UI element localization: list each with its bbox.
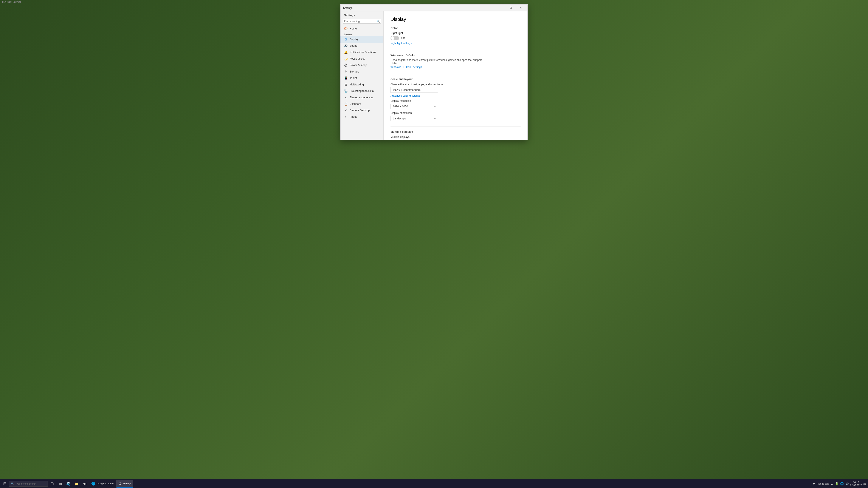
sidebar-item-clipboard[interactable]: 📋 Clipboard	[341, 101, 383, 107]
sidebar-focus-assist-label: Focus assist	[350, 57, 365, 60]
start-button[interactable]: ⊞	[1, 480, 9, 488]
expand-systray-button[interactable]: ▲	[830, 482, 834, 486]
taskbar-app-settings[interactable]: ⚙ Settings	[116, 480, 133, 488]
hd-color-section: Windows HD Color Get a brighter and more…	[391, 50, 521, 69]
scale-dropdown-arrow: ▾	[434, 89, 435, 91]
systray: 🌧 Rain to stop ▲ 🔋 🌐 🔊	[812, 482, 849, 486]
sidebar-notifications-label: Notifications & actions	[350, 51, 376, 54]
close-button[interactable]: ✕	[516, 4, 526, 11]
orientation-dropdown-arrow: ▾	[434, 118, 435, 120]
sidebar-section-system: System	[341, 32, 383, 36]
window-title: Settings	[342, 6, 496, 9]
store-button[interactable]: 🛍	[81, 480, 89, 488]
hd-color-label: Windows HD Color	[391, 54, 521, 57]
night-light-row: Night light	[391, 31, 521, 35]
settings-icon: ⚙	[118, 482, 121, 486]
maximize-button[interactable]: ❐	[506, 4, 516, 11]
display-icon: 🖥	[344, 38, 347, 41]
power-icon: ⏻	[344, 63, 347, 67]
window-body: Settings 🔍 🏠 Home System 🖥 Display 🔊 Sou	[341, 11, 527, 140]
resolution-dropdown[interactable]: 1680 × 1050 ▾	[391, 104, 438, 109]
sidebar-item-focus-assist[interactable]: 🌙 Focus assist	[341, 56, 383, 62]
taskbar-search-box[interactable]: 🔍	[9, 481, 48, 487]
sidebar-item-display[interactable]: 🖥 Display	[341, 36, 383, 42]
chrome-icon: 🌐	[91, 482, 96, 486]
sidebar-multitasking-label: Multitasking	[350, 83, 364, 86]
sidebar-item-projecting[interactable]: 📡 Projecting to this PC	[341, 88, 383, 94]
hd-color-settings-link[interactable]: Windows HD Color settings	[391, 66, 422, 69]
home-icon: 🏠	[344, 27, 347, 30]
main-content: Display Color Night light Off Night ligh…	[383, 11, 527, 140]
sidebar-remote-label: Remote Desktop	[350, 109, 370, 112]
notifications-icon: 🔔	[344, 51, 347, 54]
sidebar-shared-label: Shared experiences	[350, 96, 373, 99]
minimize-button[interactable]: —	[496, 4, 506, 11]
search-icon: 🔍	[376, 20, 380, 23]
resolution-value: 1680 × 1050	[393, 105, 408, 108]
night-light-toggle-row: Off	[391, 36, 521, 40]
taskbar-clock[interactable]: 14:15 22.02.2022	[850, 481, 862, 487]
sidebar-home-label: Home	[350, 27, 357, 30]
about-icon: ℹ	[344, 115, 347, 119]
clock-time: 14:15	[850, 481, 862, 484]
multitasking-icon: ⊞	[344, 83, 347, 86]
projecting-icon: 📡	[344, 89, 347, 93]
sidebar-item-home[interactable]: 🏠 Home	[341, 25, 383, 32]
sidebar-item-remote-desktop[interactable]: ✕ Remote Desktop	[341, 107, 383, 113]
multiple-displays-section-label: Multiple displays	[391, 130, 521, 133]
sidebar-item-notifications[interactable]: 🔔 Notifications & actions	[341, 49, 383, 56]
taskbar-app-chrome[interactable]: 🌐 Google Chrome	[89, 480, 116, 488]
orientation-value: Landscape	[393, 117, 406, 120]
sidebar-item-multitasking[interactable]: ⊞ Multitasking	[341, 81, 383, 88]
sidebar-power-label: Power & sleep	[350, 64, 367, 67]
hd-color-description: Get a brighter and more vibrant picture …	[391, 59, 487, 65]
night-light-settings-link[interactable]: Night light settings	[391, 42, 412, 45]
sidebar-item-tablet[interactable]: 📱 Tablet	[341, 75, 383, 81]
advanced-scaling-link[interactable]: Advanced scaling settings	[391, 94, 421, 97]
sidebar-item-about[interactable]: ℹ About	[341, 113, 383, 120]
edge-browser-button[interactable]: 🌊	[65, 480, 72, 488]
settings-window: Settings — ❐ ✕ Settings 🔍 🏠 Home	[340, 4, 528, 140]
scale-layout-label: Scale and layout	[391, 77, 521, 81]
sidebar-tablet-label: Tablet	[350, 76, 357, 79]
orientation-dropdown[interactable]: Landscape ▾	[391, 116, 438, 121]
night-light-label: Night light	[391, 31, 403, 35]
scale-value: 100% (Recommended)	[393, 89, 421, 92]
files-button[interactable]: 📁	[73, 480, 81, 488]
night-light-state: Off	[401, 37, 405, 40]
rain-label: Rain to stop	[816, 482, 829, 485]
sidebar-projecting-label: Projecting to this PC	[350, 90, 374, 93]
size-label: Change the size of text, apps, and other…	[391, 83, 521, 86]
tablet-icon: 📱	[344, 76, 347, 80]
monitor-label: FLATRON L227WT	[2, 1, 21, 3]
multiple-displays-label: Multiple displays	[391, 135, 521, 138]
sidebar-item-power-sleep[interactable]: ⏻ Power & sleep	[341, 62, 383, 68]
clipboard-icon: 📋	[344, 102, 347, 106]
sidebar-item-storage[interactable]: 🗄 Storage	[341, 68, 383, 75]
storage-icon: 🗄	[344, 70, 347, 73]
focus-assist-icon: 🌙	[344, 57, 347, 61]
sidebar-item-sound[interactable]: 🔊 Sound	[341, 42, 383, 49]
sound-systray-icon[interactable]: 🔊	[845, 482, 849, 486]
sound-icon: 🔊	[344, 44, 347, 47]
sidebar-display-label: Display	[350, 38, 359, 41]
rain-icon[interactable]: 🌧	[812, 482, 816, 486]
sidebar-sound-label: Sound	[350, 44, 358, 47]
network-icon: 🌐	[840, 482, 844, 486]
sidebar-storage-label: Storage	[350, 70, 359, 73]
sidebar-search-box[interactable]: 🔍	[343, 19, 381, 24]
remote-desktop-icon: ✕	[344, 109, 347, 112]
taskbar-search-input[interactable]	[15, 482, 46, 485]
taskbar-settings-label: Settings	[123, 482, 131, 485]
show-desktop-button[interactable]: ▭	[863, 482, 866, 486]
title-bar: Settings — ❐ ✕	[341, 4, 527, 11]
sidebar-search-input[interactable]	[344, 20, 376, 23]
taskbar-chrome-label: Google Chrome	[97, 482, 114, 485]
sidebar-item-shared-experiences[interactable]: ✕ Shared experiences	[341, 94, 383, 101]
widgets-button[interactable]: ⊞	[56, 480, 64, 488]
scale-dropdown[interactable]: 100% (Recommended) ▾	[391, 87, 438, 93]
multiple-displays-section: Multiple displays Multiple displays Dupl…	[391, 127, 521, 140]
taskbar: ⊞ 🔍 ❑ ⊞ 🌊 📁 🛍 🌐 Google Chrome ⚙ Settings…	[0, 479, 868, 488]
night-light-toggle[interactable]	[391, 36, 399, 40]
task-view-button[interactable]: ❑	[48, 480, 56, 488]
